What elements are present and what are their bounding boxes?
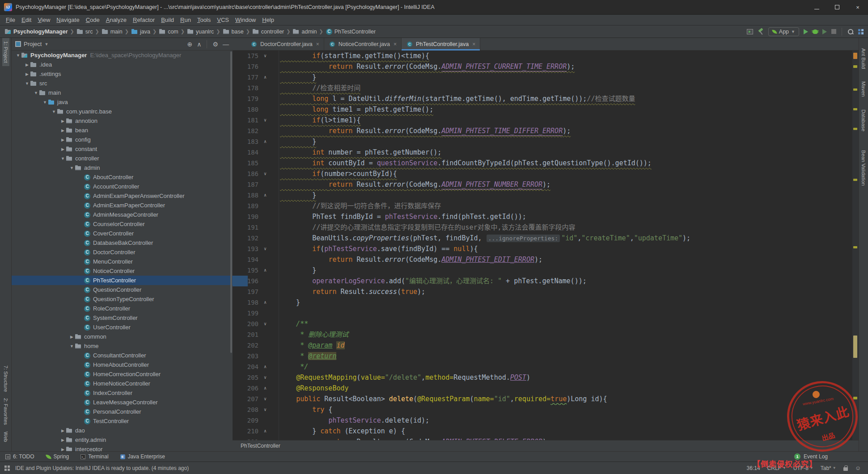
- debug-button[interactable]: [813, 29, 818, 34]
- code-line-205[interactable]: 205∨ @RequestMapping(value="/delete",met…: [233, 372, 859, 383]
- tree-item--idea[interactable]: ▶.idea: [12, 60, 233, 69]
- build-hammer-icon[interactable]: [758, 29, 764, 35]
- code-line-177[interactable]: 177∧ }: [233, 72, 859, 83]
- code-line-209[interactable]: 209 phTestService.delete(id);: [233, 415, 859, 426]
- code-line-184[interactable]: 184 int number = phTest.getNumber();: [233, 147, 859, 158]
- code-line-175[interactable]: 175∨ if(startTime.getTime()<time){: [233, 50, 859, 61]
- tree-item-adminexampaperanswercontroller[interactable]: AdminExamPaperAnswerController: [12, 191, 233, 201]
- menu-item-file[interactable]: File: [3, 16, 18, 24]
- tree-item-psychologymanager[interactable]: ▼PsychologyManagerE:\idea_space\Psycholo…: [12, 50, 233, 60]
- code-line-188[interactable]: 188∧ }: [233, 190, 859, 201]
- code-line-181[interactable]: 181∨ if(l>time1){: [233, 115, 859, 126]
- tool-button-1-project[interactable]: 1: Project: [2, 38, 9, 66]
- error-stripe-mark[interactable]: [853, 53, 857, 59]
- code-line-176[interactable]: 176 return Result.error(CodeMsg.ADMIN_PH…: [233, 61, 859, 72]
- code-line-202[interactable]: 202 * @param id: [233, 340, 859, 351]
- tool-button-2-favorites[interactable]: 2: Favorites: [2, 395, 9, 428]
- tree-item-homecorrectioncontroller[interactable]: HomeCorrectionController: [12, 369, 233, 379]
- line-separator-widget[interactable]: CRLF▼: [767, 465, 786, 471]
- code-line-201[interactable]: 201 * 删除心理测试: [233, 329, 859, 340]
- tab-doctorcontroller-java[interactable]: DoctorController.java×: [246, 38, 324, 50]
- fold-end-icon[interactable]: ∧: [258, 361, 272, 372]
- fold-end-icon[interactable]: ∧: [258, 72, 272, 83]
- tree-item-menucontroller[interactable]: MenuController: [12, 257, 233, 266]
- tree-item-dao[interactable]: ▶dao: [12, 426, 233, 435]
- breadcrumb-item-yuanlrc[interactable]: yuanlrc: [187, 28, 214, 35]
- breadcrumb-item-admin[interactable]: admin: [292, 28, 317, 35]
- fold-end-icon[interactable]: ∧: [258, 426, 272, 436]
- chevron-expanded-icon[interactable]: ▼: [33, 91, 39, 95]
- locate-file-icon[interactable]: ⊕: [187, 41, 192, 47]
- breadcrumb-item-psychologymanager[interactable]: PsychologyManager: [4, 28, 68, 35]
- tree-item-java[interactable]: ▼java: [12, 97, 233, 107]
- menu-item-help[interactable]: Help: [259, 16, 277, 24]
- code-line-179[interactable]: 179 long l = DateUtil.differMin(startTim…: [233, 93, 859, 104]
- code-line-182[interactable]: 182 return Result.error(CodeMsg.ADMIN_PH…: [233, 126, 859, 136]
- collapse-all-icon[interactable]: ∧: [197, 41, 201, 47]
- error-stripe-mark[interactable]: [853, 246, 857, 248]
- code-line-211[interactable]: 211 return Result.error(CodeMsg.ADMIN_PH…: [233, 436, 859, 440]
- tree-item-controller[interactable]: ▼controller: [12, 154, 233, 163]
- maximize-button[interactable]: [827, 0, 847, 14]
- tree-item-rolecontroller[interactable]: RoleController: [12, 304, 233, 313]
- stop-button[interactable]: [831, 29, 836, 34]
- tree-item-bean[interactable]: ▶bean: [12, 126, 233, 135]
- toolwindow-grid-icon[interactable]: [4, 466, 10, 471]
- code-line-208[interactable]: 208∨ try {: [233, 404, 859, 415]
- breadcrumb-item-src[interactable]: src: [76, 28, 93, 35]
- menu-item-vcs[interactable]: VCS: [214, 16, 232, 24]
- lock-icon[interactable]: [843, 467, 848, 471]
- error-stripe-mark[interactable]: [853, 397, 857, 399]
- code-line-204[interactable]: 204∧ */: [233, 361, 859, 372]
- tree-item-testcontroller[interactable]: TestController: [12, 416, 233, 426]
- fold-collapse-icon[interactable]: ∨: [258, 168, 272, 179]
- code-line-185[interactable]: 185 int countById = questionService.find…: [233, 158, 859, 168]
- menu-item-build[interactable]: Build: [158, 16, 177, 24]
- tree-item-main[interactable]: ▼main: [12, 88, 233, 97]
- menu-item-code[interactable]: Code: [83, 16, 103, 24]
- tree-item-homenoticecontroller[interactable]: HomeNoticeController: [12, 379, 233, 388]
- tree-item-databasebakcontroller[interactable]: DatabaseBakController: [12, 238, 233, 247]
- tree-item-admin[interactable]: ▼admin: [12, 163, 233, 172]
- editor-breadcrumb[interactable]: PhTestController: [233, 440, 859, 451]
- tab-close-icon[interactable]: ×: [472, 41, 475, 47]
- code-line-187[interactable]: 187 return Result.error(CodeMsg.ADMIN_PH…: [233, 179, 859, 190]
- tool-button-database[interactable]: Database: [860, 106, 867, 134]
- fold-end-icon[interactable]: ∧: [258, 265, 272, 276]
- fold-collapse-icon[interactable]: ∨: [258, 115, 272, 126]
- tool-button-web[interactable]: Web: [2, 428, 9, 445]
- encoding-widget[interactable]: UTF-8▼: [793, 465, 813, 471]
- code-line-180[interactable]: 180 long time1 = phTest.getTime();: [233, 104, 859, 115]
- code-line-207[interactable]: 207∨ public Result<Boolean> delete(@Requ…: [233, 394, 859, 404]
- menu-item-refactor[interactable]: Refactor: [130, 16, 158, 24]
- indent-widget[interactable]: Tab*▼: [821, 465, 836, 471]
- tree-item-aboutcontroller[interactable]: AboutController: [12, 172, 233, 182]
- tool-button-7-structure[interactable]: 7: Structure: [2, 362, 9, 395]
- code-line-196[interactable]: 196 operaterLogService.add("编辑心理测试，心理测试名…: [233, 276, 859, 286]
- tab-noticecontroller-java[interactable]: NoticeController.java×: [324, 38, 402, 50]
- tree-item-leavemessagecontroller[interactable]: LeaveMessageController: [12, 398, 233, 407]
- tree-item-covercontroller[interactable]: CoverController: [12, 229, 233, 238]
- tree-item-indexcontroller[interactable]: IndexController: [12, 388, 233, 398]
- tree-item-questioncontroller[interactable]: QuestionController: [12, 285, 233, 294]
- chevron-collapsed-icon[interactable]: ▶: [60, 138, 66, 142]
- code-line-186[interactable]: 186∨ if(number>countById){: [233, 168, 859, 179]
- menu-item-edit[interactable]: Edit: [18, 16, 34, 24]
- run-panel-icon[interactable]: [747, 29, 753, 34]
- tree-item--settings[interactable]: ▶.settings: [12, 69, 233, 79]
- chevron-collapsed-icon[interactable]: ▶: [60, 428, 66, 433]
- error-stripe-mark[interactable]: [853, 108, 857, 110]
- hide-panel-icon[interactable]: —: [223, 41, 229, 47]
- fold-collapse-icon[interactable]: ∨: [258, 243, 272, 254]
- tree-item-adminexampapercontroller[interactable]: AdminExamPaperController: [12, 201, 233, 210]
- breadcrumb-item-java[interactable]: java: [131, 28, 150, 35]
- code-editor[interactable]: 175∨ if(startTime.getTime()<time){176 re…: [233, 50, 859, 440]
- run-button[interactable]: [804, 29, 808, 34]
- chevron-collapsed-icon[interactable]: ▶: [24, 72, 30, 76]
- chevron-collapsed-icon[interactable]: ▶: [60, 128, 66, 133]
- fold-end-icon[interactable]: ∧: [258, 190, 272, 201]
- fold-collapse-icon[interactable]: ∨: [258, 404, 272, 415]
- fold-end-icon[interactable]: ∧: [258, 136, 272, 147]
- fold-collapse-icon[interactable]: ∨: [258, 394, 272, 404]
- tree-item-consultantcontroller[interactable]: ConsultantController: [12, 351, 233, 360]
